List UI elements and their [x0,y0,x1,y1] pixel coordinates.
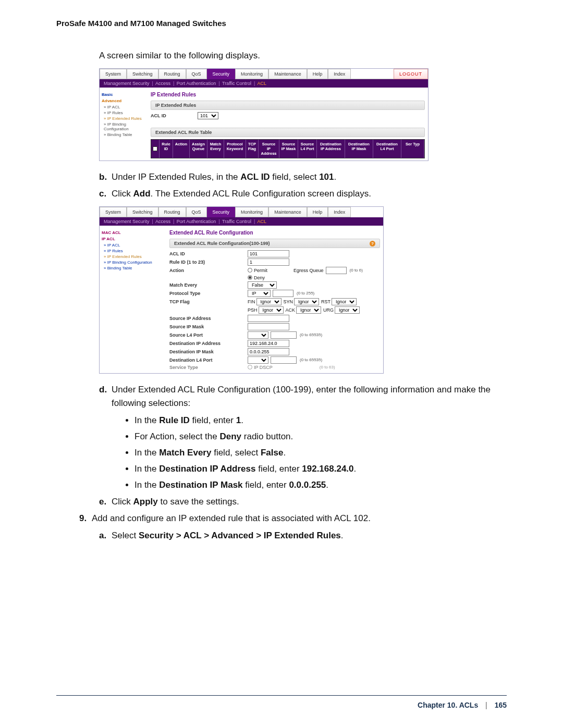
protocol-type-input[interactable] [273,290,293,297]
side-item[interactable]: » Binding Table [104,132,145,137]
side-head-basic: Basic [102,92,145,97]
side-item[interactable]: » IP Binding Configuration [104,260,164,265]
egress-queue-label: Egress Queue [293,268,324,273]
flag-rst: RST [321,299,331,304]
step-9a: a.Select Security > ACL > Advanced > IP … [99,529,495,542]
side-nav: Basic Advanced » IP ACL » IP Rules » IP … [100,88,148,161]
service-type-dscp-radio[interactable]: IP DSCP [248,365,273,370]
egress-queue-input[interactable] [326,267,347,274]
step-9: 9.Add and configure an IP extended rule … [79,512,496,525]
flag-ack-select[interactable]: Ignore [296,306,321,314]
subnav-item[interactable]: Management Security [104,219,150,224]
tab-qos[interactable]: QoS [186,69,207,79]
src-port-label: Source L4 Port [169,332,248,338]
protocol-type-select[interactable]: IP [248,290,271,297]
rule-id-input[interactable] [248,258,289,266]
acl-id-select[interactable]: 101 [198,112,218,119]
service-type-range: (0 to 63) [320,365,335,369]
tab-help[interactable]: Help [307,207,328,217]
tab-monitoring[interactable]: Monitoring [235,207,268,217]
side-item[interactable]: » IP ACL [104,243,164,248]
src-ip-label: Source IP Address [169,316,248,321]
tab-qos[interactable]: QoS [186,207,207,217]
col-src-ip: Source IP Address [259,140,279,158]
src-port-select[interactable] [248,331,268,339]
dst-port-select[interactable] [248,356,268,364]
step-d-bullets: In the Rule ID field, enter 1. For Actio… [134,413,507,492]
flag-urg-select[interactable]: Ignore [335,306,360,314]
col-service-type: Ser Typ [401,140,424,158]
subnav-item[interactable]: Access [155,81,170,86]
subnav-item[interactable]: Port Authentication [177,81,216,86]
side-item-current[interactable]: » IP Extended Rules [104,254,164,259]
src-port-input[interactable] [271,331,297,339]
bar-ip-extended-rules: IP Extended Rules [151,101,425,110]
subnav-item-acl[interactable]: ACL [257,81,266,86]
match-every-label: Match Every [169,282,248,288]
tab-index[interactable]: Index [328,207,351,217]
tab-help[interactable]: Help [307,69,328,79]
tab-routing[interactable]: Routing [158,207,186,217]
acl-id-input[interactable] [248,250,289,257]
dst-port-label: Destination L4 Port [169,357,248,363]
side-head-advanced: Advanced [102,98,145,103]
service-type-label: Service Type [169,365,248,370]
tab-switching[interactable]: Switching [127,207,158,217]
match-every-select[interactable]: False [248,281,277,289]
tab-switching[interactable]: Switching [127,69,158,79]
acl-rule-table-header: Rule ID Action Assign Queue Match Every … [151,139,425,158]
subnav-item-acl[interactable]: ACL [257,219,266,224]
rule-id-label: Rule ID (1 to 23) [169,260,248,265]
col-match-every: Match Every [207,140,224,158]
col-checkbox[interactable] [151,140,160,158]
subnav-item[interactable]: Access [155,219,170,224]
action-deny-radio[interactable]: Deny [248,275,265,280]
protocol-range: (0 to 255) [297,291,314,295]
subnav-item[interactable]: Traffic Control [222,219,251,224]
src-ip-input[interactable] [248,315,289,322]
dst-port-input[interactable] [271,356,297,364]
intro-line: A screen similar to the following displa… [99,51,507,61]
step-d: d.Under Extended ACL Rule Configuration … [99,383,506,411]
dst-ip-input[interactable] [248,340,289,347]
dst-mask-input[interactable] [248,348,289,355]
tab-system[interactable]: System [100,207,127,217]
tab-monitoring[interactable]: Monitoring [235,69,268,79]
tab-routing[interactable]: Routing [158,69,186,79]
dst-ip-label: Destination IP Address [169,341,248,346]
flag-psh-select[interactable]: Ignore [259,306,284,314]
tab-maintenance[interactable]: Maintenance [268,69,307,79]
subnav-item[interactable]: Management Security [104,81,150,86]
side-item-current[interactable]: » IP Extended Rules [104,116,145,121]
subnav-item[interactable]: Port Authentication [177,219,216,224]
tab-maintenance[interactable]: Maintenance [268,207,307,217]
flag-syn-select[interactable]: Ignore [294,298,319,305]
section-title: IP Extended Rules [151,92,425,97]
col-rule-id: Rule ID [160,140,173,158]
flag-fin-select[interactable]: Ignore [256,298,282,305]
top-tabs: System Switching Routing QoS Security Mo… [100,207,383,217]
tab-security[interactable]: Security [207,69,236,79]
help-icon[interactable]: ? [370,241,375,246]
flag-syn: SYN [284,299,293,304]
flag-rst-select[interactable]: Ignore [332,298,357,305]
protocol-type-label: Protocol Type [169,291,248,296]
page-footer: Chapter 10. ACLs | 165 [418,701,507,709]
side-item[interactable]: » IP ACL [104,105,145,109]
action-permit-radio[interactable]: Permit [248,268,267,273]
screenshot-ip-extended-rules: System Switching Routing QoS Security Mo… [99,68,429,161]
side-item[interactable]: » IP Rules [104,110,145,115]
tab-index[interactable]: Index [328,69,351,79]
subnav-item[interactable]: Traffic Control [222,81,251,86]
top-tabs: System Switching Routing QoS Security Mo… [100,69,428,79]
section-title: Extended ACL Rule Configuration [169,230,380,236]
side-item[interactable]: » IP Rules [104,249,164,253]
tab-system[interactable]: System [100,69,127,79]
bar-extended-acl-rule-table: Extended ACL Rule Table [151,128,425,137]
side-item[interactable]: » Binding Table [104,266,164,270]
src-mask-input[interactable] [248,323,289,330]
src-mask-label: Source IP Mask [169,324,248,329]
logout-button[interactable]: LOGOUT [394,69,428,79]
tab-security[interactable]: Security [207,207,236,217]
side-item[interactable]: » IP Binding Configuration [104,122,145,131]
